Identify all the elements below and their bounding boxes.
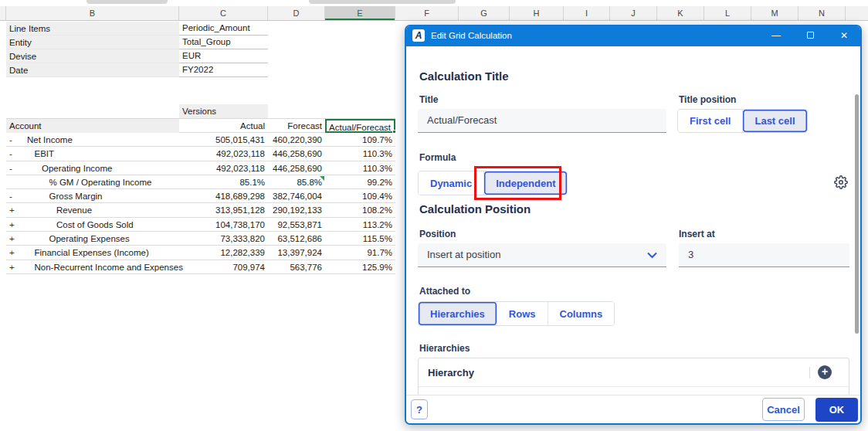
column-header-J[interactable]: J bbox=[610, 6, 657, 20]
forecast-cell[interactable]: 446,258,690 bbox=[268, 147, 324, 161]
actual-header-cell[interactable]: Actual bbox=[179, 119, 266, 133]
minimize-icon[interactable]: — bbox=[769, 30, 783, 41]
forecast-cell[interactable]: 85.8% bbox=[268, 175, 324, 189]
table-row[interactable]: +Financial Expenses (Income)12,282,33913… bbox=[6, 246, 395, 260]
filter-value-cell[interactable]: Periodic_Amount bbox=[179, 22, 268, 36]
ratio-cell[interactable]: 113.2% bbox=[325, 218, 392, 232]
forecast-cell[interactable]: 63,512,686 bbox=[268, 232, 324, 246]
actual-cell[interactable]: 492,023,118 bbox=[179, 161, 266, 175]
ratio-cell[interactable]: 125.9% bbox=[325, 260, 392, 274]
account-cell[interactable]: Cost of Goods Sold bbox=[56, 218, 134, 232]
forecast-cell[interactable]: 563,776 bbox=[268, 260, 324, 274]
table-row[interactable]: -Gross Margin418,689,298382,746,004109.4… bbox=[6, 189, 395, 203]
ratio-cell[interactable]: 109.7% bbox=[325, 133, 392, 147]
selected-cell-actual-forecast[interactable]: Actual/Forecast bbox=[325, 119, 395, 133]
ratio-cell[interactable]: 110.3% bbox=[325, 147, 392, 161]
outline-sign[interactable]: - bbox=[9, 147, 19, 161]
table-row[interactable]: % GM / Operating Income85.1%85.8%99.2% bbox=[6, 175, 395, 189]
ratio-cell[interactable]: 109.4% bbox=[325, 189, 392, 203]
column-header-D[interactable]: D bbox=[268, 6, 325, 20]
outline-sign[interactable]: - bbox=[9, 161, 19, 175]
table-row[interactable]: +Operating Expenses73,333,82063,512,6861… bbox=[6, 232, 395, 246]
ratio-cell[interactable]: 108.2% bbox=[325, 203, 392, 217]
cancel-button[interactable]: Cancel bbox=[762, 398, 805, 421]
formula-dynamic-button[interactable]: Dynamic bbox=[419, 171, 484, 195]
account-cell[interactable]: Revenue bbox=[56, 203, 92, 217]
forecast-cell[interactable]: 382,746,004 bbox=[268, 189, 324, 203]
actual-cell[interactable]: 492,023,118 bbox=[179, 147, 266, 161]
versions-cell[interactable]: Versions bbox=[179, 104, 268, 118]
outline-sign[interactable]: - bbox=[9, 133, 19, 147]
outline-sign[interactable]: + bbox=[9, 218, 19, 232]
attached-to-columns-button[interactable]: Columns bbox=[548, 302, 615, 325]
actual-cell[interactable]: 418,689,298 bbox=[179, 189, 266, 203]
help-button[interactable]: ? bbox=[411, 399, 428, 419]
ratio-cell[interactable]: 91.7% bbox=[325, 246, 392, 260]
table-row[interactable]: +Revenue313,951,128290,192,133108.2% bbox=[6, 203, 395, 217]
ratio-cell[interactable]: 99.2% bbox=[325, 175, 392, 189]
outline-sign[interactable]: + bbox=[9, 203, 19, 217]
filter-label-cell[interactable]: Line Items bbox=[6, 22, 179, 36]
ratio-cell[interactable]: 115.5% bbox=[325, 232, 392, 246]
actual-cell[interactable]: 12,282,339 bbox=[179, 246, 266, 260]
forecast-cell[interactable]: 290,192,133 bbox=[268, 203, 324, 217]
account-header-cell[interactable]: Account bbox=[6, 119, 179, 133]
filter-label-cell[interactable]: Devise bbox=[6, 49, 179, 63]
column-header-B[interactable]: B bbox=[6, 6, 179, 20]
account-cell[interactable]: Operating Income bbox=[42, 161, 112, 175]
dialog-scrollbar-thumb[interactable] bbox=[855, 94, 859, 334]
account-cell[interactable]: Financial Expenses (Income) bbox=[35, 246, 149, 260]
account-cell[interactable]: Operating Expenses bbox=[49, 232, 130, 246]
actual-cell[interactable]: 313,951,128 bbox=[179, 203, 266, 217]
table-row[interactable]: +Non-Recurrent Income and Expenses709,97… bbox=[6, 260, 395, 274]
column-header-F[interactable]: F bbox=[395, 6, 459, 20]
close-icon[interactable]: ✕ bbox=[837, 30, 851, 41]
actual-cell[interactable]: 505,015,431 bbox=[179, 133, 266, 147]
forecast-cell[interactable]: 446,258,690 bbox=[268, 161, 324, 175]
outline-sign[interactable]: + bbox=[9, 232, 19, 246]
forecast-cell[interactable]: 92,553,871 bbox=[268, 218, 324, 232]
column-header-N[interactable]: N bbox=[798, 6, 846, 20]
maximize-icon[interactable] bbox=[803, 30, 817, 41]
attached-to-hierarchies-button[interactable]: Hierarchies bbox=[419, 302, 497, 325]
account-cell[interactable]: Net Income bbox=[27, 133, 73, 147]
column-header-I[interactable]: I bbox=[564, 6, 610, 20]
column-header-E[interactable]: E bbox=[325, 6, 395, 20]
account-cell[interactable]: Non-Recurrent Income and Expenses bbox=[35, 260, 183, 274]
filter-label-cell[interactable]: Entity bbox=[6, 36, 179, 49]
title-input[interactable]: Actual/Forecast bbox=[418, 109, 666, 133]
table-row[interactable]: -Operating Income492,023,118446,258,6901… bbox=[6, 161, 395, 175]
ok-button[interactable]: OK bbox=[815, 398, 858, 422]
add-hierarchy-icon[interactable]: + bbox=[818, 365, 832, 379]
forecast-cell[interactable]: 13,397,924 bbox=[268, 246, 324, 260]
actual-cell[interactable]: 73,333,820 bbox=[179, 232, 266, 246]
column-header-H[interactable]: H bbox=[510, 6, 564, 20]
forecast-header-cell[interactable]: Forecast bbox=[268, 119, 324, 133]
forecast-cell[interactable]: 460,220,390 bbox=[268, 133, 324, 147]
table-row[interactable]: -Net Income505,015,431460,220,390109.7% bbox=[6, 133, 395, 147]
position-dropdown[interactable]: Insert at position bbox=[418, 243, 666, 267]
insert-at-input[interactable]: 3 bbox=[679, 243, 849, 267]
outline-sign[interactable]: + bbox=[9, 260, 19, 274]
filter-label-cell[interactable]: Date bbox=[6, 63, 179, 77]
outline-sign[interactable]: + bbox=[9, 246, 19, 260]
column-header-K[interactable]: K bbox=[657, 6, 704, 20]
column-header-G[interactable]: G bbox=[459, 6, 510, 20]
outline-sign[interactable]: - bbox=[9, 189, 19, 203]
actual-cell[interactable]: 104,738,170 bbox=[179, 218, 266, 232]
gear-icon[interactable] bbox=[834, 175, 848, 189]
dialog-titlebar[interactable]: A Edit Grid Calculation — ✕ bbox=[405, 25, 862, 46]
actual-cell[interactable]: 85.1% bbox=[179, 175, 266, 189]
column-header-L[interactable]: L bbox=[704, 6, 751, 20]
account-cell[interactable]: EBIT bbox=[35, 147, 55, 161]
column-header-M[interactable]: M bbox=[751, 6, 798, 20]
title-position-first-cell-button[interactable]: First cell bbox=[678, 110, 743, 132]
filter-value-cell[interactable]: FY2022 bbox=[179, 63, 268, 77]
title-position-last-cell-button[interactable]: Last cell bbox=[743, 110, 806, 132]
ratio-cell[interactable]: 110.3% bbox=[325, 161, 392, 175]
attached-to-rows-button[interactable]: Rows bbox=[497, 302, 548, 325]
filter-value-cell[interactable]: EUR bbox=[179, 49, 268, 63]
column-header-C[interactable]: C bbox=[179, 6, 268, 20]
account-cell[interactable]: % GM / Operating Income bbox=[49, 175, 152, 189]
actual-cell[interactable]: 709,974 bbox=[179, 260, 266, 274]
